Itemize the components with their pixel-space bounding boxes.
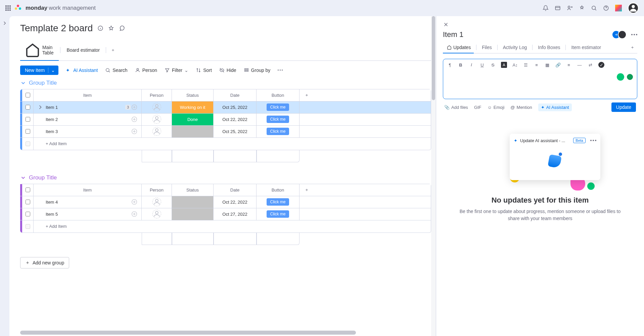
add-item-row[interactable]: + Add Item [20, 138, 431, 150]
filter-button[interactable]: Filter⌄ [165, 68, 188, 73]
table-row[interactable]: Item 1 3 Working on it Oct 25, 2022 Clic… [20, 101, 431, 114]
column-date-header[interactable]: Date [214, 184, 257, 196]
group-title[interactable]: Group Title [29, 80, 57, 86]
click-me-button[interactable]: Click me [267, 198, 289, 206]
ai-assistant-editor-button[interactable]: ✦AI Assistant [538, 103, 572, 111]
product-switcher-icon[interactable] [615, 5, 622, 11]
members-avatars[interactable]: ＋ [614, 30, 627, 39]
column-status-header[interactable]: Status [172, 89, 214, 101]
open-updates-icon[interactable] [131, 128, 138, 135]
date-cell[interactable]: Oct 25, 2022 [214, 126, 257, 137]
ai-assistant-button[interactable]: ✦AI Assistant [66, 68, 98, 73]
add-item-row[interactable]: + Add Item [20, 220, 431, 233]
bold-icon[interactable]: B [458, 62, 463, 68]
update-button[interactable]: Update [611, 102, 636, 112]
horizontal-scrollbar[interactable] [20, 331, 430, 335]
row-checkbox[interactable] [26, 117, 30, 122]
date-cell[interactable]: Oct 25, 2022 [214, 101, 257, 113]
invite-icon[interactable] [567, 5, 573, 11]
apps-icon[interactable] [579, 5, 585, 11]
status-cell[interactable]: Done [172, 114, 214, 125]
ai-popup-more-icon[interactable] [590, 140, 596, 141]
column-button-header[interactable]: Button [257, 184, 300, 196]
table-row[interactable]: Item 2 Done Oct 22, 2022 Click me [20, 114, 431, 126]
gif-button[interactable]: GIF [474, 105, 481, 110]
item-name[interactable]: Item 1 [46, 105, 123, 110]
add-column-icon[interactable]: ＋ [300, 184, 314, 196]
assign-person-icon[interactable] [152, 198, 161, 206]
font-size-icon[interactable]: A↕ [512, 62, 518, 68]
status-cell[interactable] [172, 126, 214, 137]
row-checkbox[interactable] [26, 129, 30, 134]
click-me-button[interactable]: Click me [267, 116, 289, 123]
panel-item-title[interactable]: Item 1 [443, 30, 463, 39]
date-cell[interactable]: Oct 22, 2022 [214, 196, 257, 208]
underline-icon[interactable]: U [479, 62, 485, 68]
panel-tab-updates[interactable]: Updates [443, 42, 475, 53]
column-button-header[interactable]: Button [257, 89, 300, 101]
more-options-icon[interactable] [278, 70, 283, 71]
column-date-header[interactable]: Date [214, 89, 257, 101]
column-status-header[interactable]: Status [172, 184, 214, 196]
tab-main-table[interactable]: Main Table [20, 40, 59, 60]
grammarly-icon[interactable] [626, 73, 634, 81]
item-name[interactable]: Item 3 [46, 129, 131, 134]
table-row[interactable]: Item 3 Oct 25, 2022 Click me [20, 126, 431, 138]
update-editor[interactable]: ¶ B I U S A A↕ ☰ ≡ ▦ 🔗 ≡ — ⇄ ✓ [443, 59, 637, 99]
date-cell[interactable]: Oct 27, 2022 [214, 208, 257, 220]
italic-icon[interactable]: I [469, 62, 474, 68]
expand-subitems-icon[interactable] [37, 104, 44, 111]
help-icon[interactable] [603, 5, 609, 11]
panel-tab-activity[interactable]: Activity Log [499, 42, 531, 53]
table-icon[interactable]: ▦ [545, 62, 550, 68]
item-name[interactable]: Item 5 [46, 212, 131, 217]
link-icon[interactable]: 🔗 [555, 62, 561, 68]
align-icon[interactable]: ≡ [566, 62, 571, 68]
table-row[interactable]: Item 4 Oct 22, 2022 Click me [20, 196, 431, 208]
notifications-icon[interactable] [543, 5, 549, 11]
column-item-header[interactable]: Item [34, 89, 142, 101]
add-panel-tab-icon[interactable]: ＋ [628, 42, 637, 53]
quote-icon[interactable]: ⇄ [588, 62, 593, 68]
panel-tab-info[interactable]: Info Boxes [534, 42, 564, 53]
status-cell[interactable] [172, 196, 214, 208]
open-updates-icon[interactable] [131, 210, 138, 218]
close-panel-icon[interactable] [443, 22, 449, 28]
text-color-icon[interactable]: A [501, 62, 507, 68]
row-checkbox[interactable] [26, 212, 30, 216]
add-files-button[interactable]: 📎Add files [444, 105, 468, 110]
inbox-icon[interactable] [555, 5, 561, 11]
checklist-icon[interactable]: ✓ [598, 62, 604, 68]
row-checkbox[interactable] [26, 105, 30, 110]
click-me-button[interactable]: Click me [267, 103, 289, 111]
board-title[interactable]: Template 2 board [20, 23, 93, 34]
assign-person-icon[interactable] [152, 127, 161, 136]
open-updates-icon[interactable] [131, 103, 138, 111]
sort-button[interactable]: Sort [196, 68, 212, 73]
expand-sidebar-icon[interactable] [2, 20, 8, 26]
person-filter-button[interactable]: Person [135, 68, 157, 73]
emoji-button[interactable]: ☺Emoji [488, 105, 505, 110]
panel-more-icon[interactable] [631, 34, 637, 35]
row-checkbox[interactable] [26, 200, 30, 204]
user-avatar[interactable] [628, 3, 639, 13]
add-column-icon[interactable]: ＋ [300, 89, 314, 101]
strike-icon[interactable]: S [490, 62, 496, 68]
info-icon[interactable] [97, 25, 103, 31]
search-icon[interactable] [591, 5, 597, 11]
select-all-checkbox[interactable] [26, 187, 30, 192]
select-all-checkbox[interactable] [26, 93, 30, 97]
assign-person-icon[interactable] [152, 115, 161, 124]
grammarly-icon[interactable] [617, 73, 624, 81]
column-item-header[interactable]: Item [34, 184, 142, 196]
table-row[interactable]: Item 5 Oct 27, 2022 Click me [20, 208, 431, 220]
hr-icon[interactable]: — [577, 62, 582, 68]
column-person-header[interactable]: Person [142, 184, 172, 196]
vertical-scrollbar[interactable] [431, 16, 436, 336]
bullet-list-icon[interactable]: ≡ [534, 62, 539, 68]
column-person-header[interactable]: Person [142, 89, 172, 101]
chat-icon[interactable] [119, 25, 125, 31]
item-name[interactable]: Item 2 [46, 117, 131, 122]
search-button[interactable]: Search [105, 68, 127, 73]
ordered-list-icon[interactable]: ☰ [523, 62, 528, 68]
